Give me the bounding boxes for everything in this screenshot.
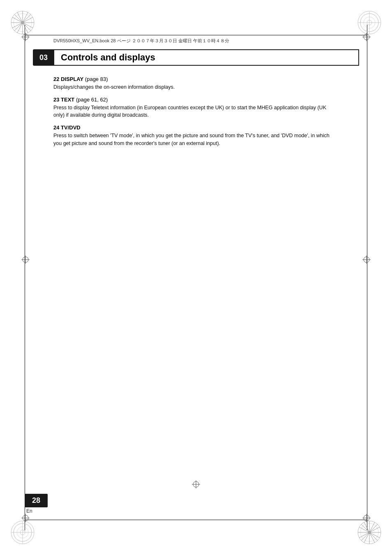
page-lang: En [26, 508, 48, 514]
reg-mark-mid-left [21, 255, 30, 265]
section-number: 03 [33, 49, 54, 66]
item-22-number: 22 [53, 76, 61, 82]
reg-mark-top-right [362, 32, 371, 42]
item-24: 24 TV/DVD Press to switch between 'TV mo… [53, 124, 339, 147]
item-23-body: Press to display Teletext information (i… [53, 104, 339, 119]
item-22-header: 22 DISPLAY (page 83) [53, 76, 339, 82]
page-number-badge: 28 [25, 494, 48, 507]
reg-mark-mid-right [362, 255, 371, 265]
reg-mark-bottom-left [21, 513, 30, 523]
left-border [25, 25, 25, 530]
reg-mark-bottom-center [191, 479, 201, 489]
reg-mark-top-left [21, 32, 30, 42]
content-area: 22 DISPLAY (page 83) Displays/changes th… [53, 76, 339, 153]
file-info: DVR550HXS_WV_EN.book 28 ページ ２００７年３月３０日 金… [53, 38, 229, 44]
svg-point-10 [21, 21, 24, 24]
item-24-number: 24 [53, 124, 61, 131]
page-number-area: 28 En [25, 494, 48, 514]
top-border [25, 35, 367, 35]
section-title-box: Controls and displays [54, 49, 359, 66]
item-23-ref: (page 61, 62) [74, 97, 108, 103]
item-22-ref: (page 83) [83, 76, 108, 82]
item-22-name: DISPLAY [61, 76, 83, 82]
svg-point-33 [368, 531, 371, 534]
reg-mark-bottom-right [362, 513, 371, 523]
right-border [367, 25, 367, 530]
item-22-body: Displays/changes the on-screen informati… [53, 83, 339, 91]
item-22: 22 DISPLAY (page 83) Displays/changes th… [53, 76, 339, 91]
item-24-body: Press to switch between 'TV mode', in wh… [53, 132, 339, 147]
item-23-number: 23 [53, 97, 61, 103]
page: DVR550HXS_WV_EN.book 28 ページ ２００７年３月３０日 金… [0, 0, 392, 555]
item-24-header: 24 TV/DVD [53, 124, 339, 131]
bottom-border [25, 520, 367, 520]
item-23: 23 TEXT (page 61, 62) Press to display T… [53, 97, 339, 119]
item-23-header: 23 TEXT (page 61, 62) [53, 97, 339, 103]
item-24-name: TV/DVD [61, 124, 81, 131]
item-23-name: TEXT [61, 97, 74, 103]
section-title: Controls and displays [61, 52, 155, 63]
section-header: 03 Controls and displays [33, 49, 359, 66]
